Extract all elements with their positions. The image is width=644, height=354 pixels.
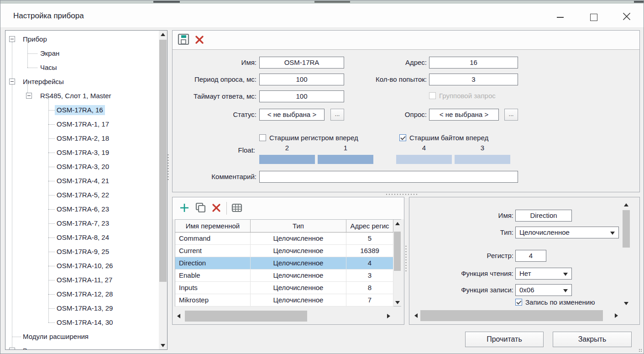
table-cell[interactable]: Целочисленное [251, 282, 346, 294]
tree-item[interactable]: OSM-17RA-3, 20 [5, 160, 159, 174]
table-cell[interactable]: 16389 [346, 245, 393, 257]
table-header-cell[interactable]: Имя переменной [175, 220, 251, 232]
high-byte-first-checkbox[interactable] [399, 134, 406, 141]
tree-item-label[interactable]: OSM-17RA-4, 21 [55, 176, 111, 186]
tree-item-label[interactable]: OSM-17RA-5, 22 [55, 190, 111, 200]
poll-value[interactable]: < не выбрана > [429, 109, 499, 121]
tree-item[interactable]: Прибор [5, 32, 159, 47]
scrollbar-thumb[interactable] [185, 311, 307, 322]
tree-item-label[interactable]: Интерфейсы [21, 77, 66, 87]
table-row[interactable]: MikrostepЦелочисленное7 [175, 294, 393, 306]
tree-item[interactable]: OSM-17RA-9, 25 [5, 245, 159, 259]
table-cell[interactable]: Целочисленное [251, 294, 346, 306]
tree-item[interactable]: OSM-17RA-11, 27 [5, 273, 159, 287]
tree-item-label[interactable]: OSM-17RA-13, 29 [55, 303, 115, 313]
write-on-change-checkbox[interactable] [515, 299, 522, 306]
scroll-right-arrow-icon[interactable] [385, 311, 393, 322]
table-cell[interactable]: 5 [346, 232, 393, 244]
register-input[interactable]: 4 [515, 250, 546, 262]
detail-horizontal-scrollbar[interactable] [412, 310, 620, 321]
table-cell[interactable]: 8 [346, 282, 393, 294]
scroll-left-arrow-icon[interactable] [412, 310, 420, 321]
vertical-splitter-handle[interactable] [168, 153, 169, 182]
scroll-down-arrow-icon[interactable] [159, 342, 167, 349]
tree-item[interactable]: OSM-17RA-8, 24 [5, 231, 159, 245]
tree-item[interactable]: OSM-17RA-3, 19 [5, 146, 159, 160]
table-cell[interactable]: Inputs [175, 282, 251, 294]
poll-browse-button[interactable]: ... [504, 109, 518, 121]
device-name-input[interactable]: OSM-17RA [259, 57, 344, 69]
variable-name-input[interactable]: Direction [515, 210, 572, 222]
comment-input[interactable] [259, 171, 518, 183]
tree-item-label[interactable]: OSM-17RA-6, 23 [55, 204, 111, 214]
table-cell[interactable]: 3 [346, 269, 393, 281]
scroll-left-arrow-icon[interactable] [175, 311, 183, 322]
timeout-input[interactable]: 100 [259, 90, 344, 102]
tree-expander-icon[interactable] [9, 36, 15, 42]
table-cell[interactable]: Enable [175, 269, 251, 281]
scroll-down-arrow-icon[interactable] [622, 300, 630, 307]
tree-item-label[interactable]: OSM-17RA-3, 19 [55, 148, 111, 158]
table-row[interactable]: InputsЦелочисленное8 [175, 282, 393, 294]
tree-item[interactable]: Часы [5, 61, 159, 75]
tree-item-label[interactable]: OSM-17RA-11, 27 [55, 275, 114, 285]
variable-type-dropdown[interactable]: Целочисленное [515, 227, 619, 238]
address-input[interactable]: 16 [429, 57, 518, 69]
table-cell[interactable]: Целочисленное [251, 269, 346, 281]
tree-expander-icon[interactable] [26, 93, 32, 99]
close-button[interactable] [616, 7, 638, 28]
read-button[interactable]: Прочитать [465, 332, 544, 347]
tree-item-label[interactable]: OSM-17RA-1, 17 [55, 119, 111, 129]
scroll-up-arrow-icon[interactable] [159, 31, 167, 38]
table-row[interactable]: DirectionЦелочисленное4 [175, 257, 393, 269]
table-horizontal-scrollbar[interactable] [175, 311, 393, 322]
add-variable-button[interactable] [178, 203, 190, 215]
tree-item-label[interactable]: OSM-17RA, 16 [55, 105, 105, 115]
scrollbar-thumb[interactable] [159, 40, 167, 282]
tree-item-label[interactable]: Прибор [21, 34, 49, 44]
table-cell[interactable]: 4 [346, 257, 393, 269]
tree-item-label[interactable]: Входы [21, 346, 45, 349]
table-row[interactable]: CommandЦелочисленное5 [175, 232, 393, 245]
tree-item-label[interactable]: OSM-17RA-14, 30 [55, 317, 115, 328]
tree-item-label[interactable]: Экран [38, 48, 61, 58]
scroll-right-arrow-icon[interactable] [613, 310, 620, 321]
table-cell[interactable]: Целочисленное [251, 232, 346, 244]
read-function-dropdown[interactable]: Нет [515, 268, 572, 280]
table-cell[interactable]: Direction [175, 257, 251, 269]
tree-item[interactable]: OSM-17RA-1, 17 [5, 117, 159, 132]
tree-item-label[interactable]: OSM-17RA-9, 25 [55, 247, 111, 257]
retries-input[interactable]: 3 [429, 74, 518, 85]
high-register-first-checkbox[interactable] [259, 134, 266, 141]
tree-item-label[interactable]: OSM-17RA-10, 26 [55, 261, 115, 271]
scroll-up-arrow-icon[interactable] [622, 201, 630, 208]
maximize-button[interactable] [583, 7, 605, 28]
tree-item[interactable]: OSM-17RA-10, 26 [5, 259, 159, 273]
tree-item[interactable]: OSM-17RA-7, 23 [5, 217, 159, 231]
table-cell[interactable]: Command [175, 232, 251, 244]
tree-expander-icon[interactable] [9, 348, 15, 349]
tree-item[interactable]: OSM-17RA-4, 21 [5, 174, 159, 188]
tree-item[interactable]: OSM-17RA-6, 23 [5, 202, 159, 217]
copy-variable-button[interactable] [194, 203, 206, 215]
scrollbar-thumb[interactable] [394, 232, 401, 271]
table-row[interactable]: CurrentЦелочисленное16389 [175, 245, 393, 257]
tree-expander-icon[interactable] [9, 79, 15, 85]
table-cell[interactable]: Mikrostep [175, 294, 251, 306]
table-vertical-scrollbar[interactable] [393, 220, 401, 306]
write-function-dropdown[interactable]: 0x06 [515, 284, 572, 296]
delete-button[interactable] [194, 35, 205, 47]
table-view-button[interactable] [231, 203, 243, 215]
table-cell[interactable]: Current [175, 245, 251, 257]
tree-item-label[interactable]: OSM-17RA-8, 24 [55, 232, 111, 243]
tree-item-label[interactable]: Модули расширения [21, 332, 90, 342]
horizontal-splitter-handle[interactable] [385, 194, 418, 195]
delete-variable-button[interactable] [210, 203, 222, 215]
scroll-down-arrow-icon[interactable] [393, 299, 401, 306]
poll-period-input[interactable]: 100 [259, 74, 344, 85]
tree-item[interactable]: OSM-17RA, 16 [5, 103, 159, 117]
scrollbar-thumb[interactable] [420, 310, 603, 321]
close-dialog-button[interactable]: Закрыть [553, 332, 632, 347]
tree-item[interactable]: OSM-17RA-12, 28 [5, 287, 159, 301]
tree-item[interactable]: Входы [5, 344, 159, 349]
